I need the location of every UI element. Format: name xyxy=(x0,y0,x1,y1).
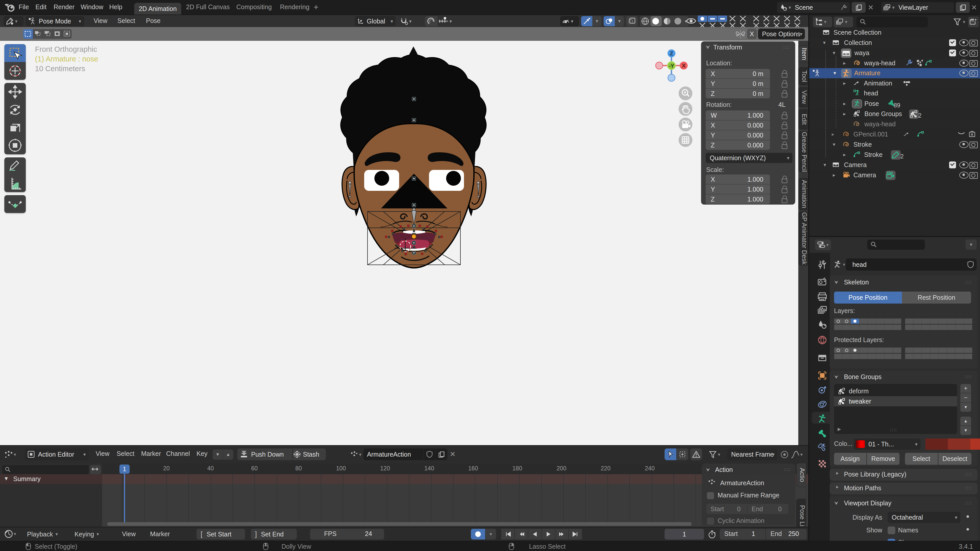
svg-text:-Y: -Y xyxy=(669,63,674,68)
svg-text:X: X xyxy=(682,62,686,69)
svg-text:Z: Z xyxy=(670,50,673,57)
